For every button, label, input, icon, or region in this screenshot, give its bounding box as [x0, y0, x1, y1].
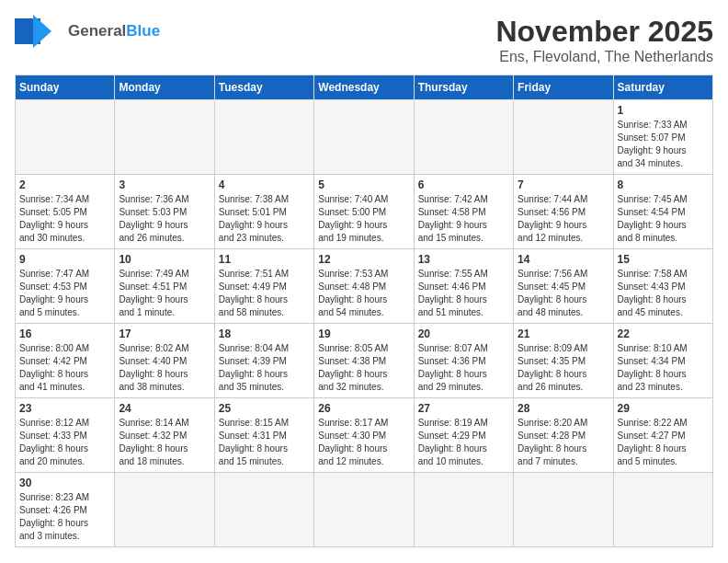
day-number: 16 [19, 327, 110, 340]
day-info: Sunrise: 8:07 AM Sunset: 4:36 PM Dayligh… [418, 342, 509, 394]
day-number: 8 [618, 178, 709, 191]
day-number: 18 [219, 327, 310, 340]
calendar-row: 2Sunrise: 7:34 AM Sunset: 5:05 PM Daylig… [16, 175, 713, 249]
day-number: 2 [19, 178, 110, 191]
table-row: 9Sunrise: 7:47 AM Sunset: 4:53 PM Daylig… [16, 249, 115, 324]
table-row: 7Sunrise: 7:44 AM Sunset: 4:56 PM Daylig… [514, 175, 613, 249]
day-info: Sunrise: 8:22 AM Sunset: 4:27 PM Dayligh… [618, 417, 709, 468]
day-number: 21 [518, 327, 609, 340]
table-row: 19Sunrise: 8:05 AM Sunset: 4:38 PM Dayli… [314, 324, 414, 398]
weekday-header-row: Sunday Monday Tuesday Wednesday Thursday… [16, 75, 713, 100]
day-info: Sunrise: 8:09 AM Sunset: 4:35 PM Dayligh… [518, 342, 609, 394]
day-number: 15 [618, 253, 709, 266]
day-info: Sunrise: 8:23 AM Sunset: 4:26 PM Dayligh… [19, 491, 110, 543]
day-number: 5 [318, 178, 409, 191]
table-row: 10Sunrise: 7:49 AM Sunset: 4:51 PM Dayli… [115, 249, 214, 324]
table-row: 29Sunrise: 8:22 AM Sunset: 4:27 PM Dayli… [613, 398, 712, 473]
header-sunday: Sunday [16, 75, 115, 100]
day-info: Sunrise: 7:53 AM Sunset: 4:48 PM Dayligh… [318, 268, 409, 319]
calendar-row: 23Sunrise: 8:12 AM Sunset: 4:33 PM Dayli… [16, 398, 713, 473]
logo-general: General [68, 22, 126, 40]
day-number: 4 [219, 178, 310, 191]
day-number: 20 [418, 327, 509, 340]
day-number: 22 [618, 327, 709, 340]
day-info: Sunrise: 7:56 AM Sunset: 4:45 PM Dayligh… [518, 268, 609, 319]
table-row: 20Sunrise: 8:07 AM Sunset: 4:36 PM Dayli… [414, 324, 513, 398]
day-info: Sunrise: 7:49 AM Sunset: 4:51 PM Dayligh… [119, 268, 210, 319]
table-row: 25Sunrise: 8:15 AM Sunset: 4:31 PM Dayli… [214, 398, 313, 473]
page-subtitle: Ens, Flevoland, The Netherlands [495, 49, 713, 65]
day-number: 12 [318, 253, 409, 266]
header-thursday: Thursday [414, 75, 513, 100]
table-row: 1Sunrise: 7:33 AM Sunset: 5:07 PM Daylig… [613, 100, 712, 175]
day-info: Sunrise: 8:20 AM Sunset: 4:28 PM Dayligh… [518, 417, 609, 468]
day-number: 1 [618, 104, 709, 117]
day-info: Sunrise: 7:47 AM Sunset: 4:53 PM Dayligh… [19, 268, 110, 319]
day-number: 6 [418, 178, 509, 191]
day-number: 14 [518, 253, 609, 266]
table-row [16, 100, 115, 175]
day-info: Sunrise: 8:05 AM Sunset: 4:38 PM Dayligh… [318, 342, 409, 394]
day-info: Sunrise: 7:33 AM Sunset: 5:07 PM Dayligh… [618, 119, 709, 170]
page-title: November 2025 [495, 15, 713, 49]
table-row: 12Sunrise: 7:53 AM Sunset: 4:48 PM Dayli… [314, 249, 414, 324]
day-number: 13 [418, 253, 509, 266]
table-row: 8Sunrise: 7:45 AM Sunset: 4:54 PM Daylig… [613, 175, 712, 249]
table-row: 6Sunrise: 7:42 AM Sunset: 4:58 PM Daylig… [414, 175, 513, 249]
day-info: Sunrise: 8:14 AM Sunset: 4:32 PM Dayligh… [119, 417, 210, 468]
day-info: Sunrise: 7:51 AM Sunset: 4:49 PM Dayligh… [219, 268, 310, 319]
day-info: Sunrise: 7:45 AM Sunset: 4:54 PM Dayligh… [618, 193, 709, 245]
logo-blue: Blue [126, 22, 160, 40]
calendar-row: 1Sunrise: 7:33 AM Sunset: 5:07 PM Daylig… [16, 100, 713, 175]
header-monday: Monday [115, 75, 214, 100]
day-info: Sunrise: 7:42 AM Sunset: 4:58 PM Dayligh… [418, 193, 509, 245]
table-row [414, 473, 513, 547]
table-row: 22Sunrise: 8:10 AM Sunset: 4:34 PM Dayli… [613, 324, 712, 398]
day-info: Sunrise: 7:34 AM Sunset: 5:05 PM Dayligh… [19, 193, 110, 245]
table-row [115, 100, 214, 175]
header-wednesday: Wednesday [314, 75, 414, 100]
day-info: Sunrise: 7:44 AM Sunset: 4:56 PM Dayligh… [518, 193, 609, 245]
table-row [514, 100, 613, 175]
table-row: 21Sunrise: 8:09 AM Sunset: 4:35 PM Dayli… [514, 324, 613, 398]
table-row: 24Sunrise: 8:14 AM Sunset: 4:32 PM Dayli… [115, 398, 214, 473]
table-row: 14Sunrise: 7:56 AM Sunset: 4:45 PM Dayli… [514, 249, 613, 324]
table-row: 5Sunrise: 7:40 AM Sunset: 5:00 PM Daylig… [314, 175, 414, 249]
day-number: 26 [318, 402, 409, 415]
header-saturday: Saturday [613, 75, 712, 100]
table-row [214, 100, 313, 175]
day-number: 25 [219, 402, 310, 415]
day-info: Sunrise: 8:02 AM Sunset: 4:40 PM Dayligh… [119, 342, 210, 394]
day-number: 28 [518, 402, 609, 415]
table-row [314, 473, 414, 547]
table-row [214, 473, 313, 547]
table-row: 17Sunrise: 8:02 AM Sunset: 4:40 PM Dayli… [115, 324, 214, 398]
day-info: Sunrise: 8:04 AM Sunset: 4:39 PM Dayligh… [219, 342, 310, 394]
day-number: 27 [418, 402, 509, 415]
day-info: Sunrise: 8:10 AM Sunset: 4:34 PM Dayligh… [618, 342, 709, 394]
table-row: 11Sunrise: 7:51 AM Sunset: 4:49 PM Dayli… [214, 249, 313, 324]
table-row: 13Sunrise: 7:55 AM Sunset: 4:46 PM Dayli… [414, 249, 513, 324]
table-row [613, 473, 712, 547]
day-number: 29 [618, 402, 709, 415]
table-row: 4Sunrise: 7:38 AM Sunset: 5:01 PM Daylig… [214, 175, 313, 249]
calendar-row: 16Sunrise: 8:00 AM Sunset: 4:42 PM Dayli… [16, 324, 713, 398]
table-row: 15Sunrise: 7:58 AM Sunset: 4:43 PM Dayli… [613, 249, 712, 324]
table-row: 16Sunrise: 8:00 AM Sunset: 4:42 PM Dayli… [16, 324, 115, 398]
table-row [414, 100, 513, 175]
day-info: Sunrise: 7:36 AM Sunset: 5:03 PM Dayligh… [119, 193, 210, 245]
page-header: GeneralBlue November 2025 Ens, Flevoland… [15, 15, 713, 65]
table-row: 3Sunrise: 7:36 AM Sunset: 5:03 PM Daylig… [115, 175, 214, 249]
day-number: 7 [518, 178, 609, 191]
table-row [115, 473, 214, 547]
calendar-table: Sunday Monday Tuesday Wednesday Thursday… [15, 75, 713, 547]
day-number: 10 [119, 253, 210, 266]
calendar-row: 30Sunrise: 8:23 AM Sunset: 4:26 PM Dayli… [16, 473, 713, 547]
calendar-row: 9Sunrise: 7:47 AM Sunset: 4:53 PM Daylig… [16, 249, 713, 324]
day-number: 17 [119, 327, 210, 340]
table-row: 23Sunrise: 8:12 AM Sunset: 4:33 PM Dayli… [16, 398, 115, 473]
table-row: 27Sunrise: 8:19 AM Sunset: 4:29 PM Dayli… [414, 398, 513, 473]
table-row [314, 100, 414, 175]
header-friday: Friday [514, 75, 613, 100]
day-number: 23 [19, 402, 110, 415]
